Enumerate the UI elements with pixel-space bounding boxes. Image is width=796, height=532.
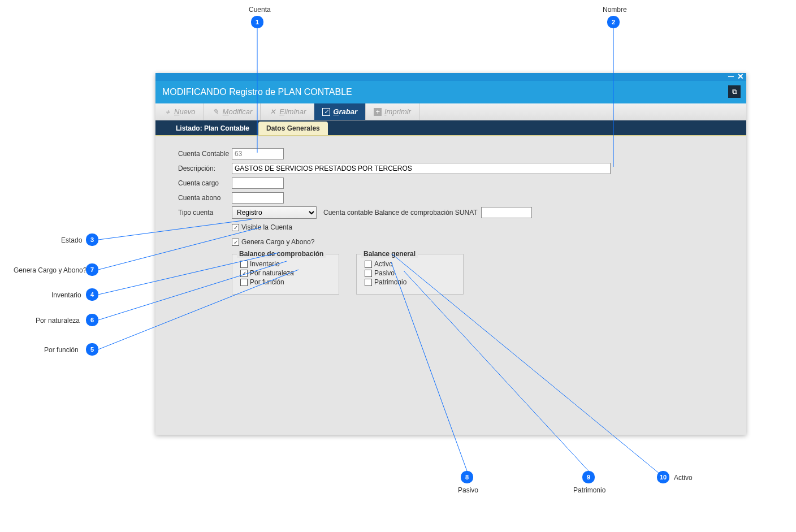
callout-label-genera: Genera Cargo y Abono?	[14, 266, 86, 274]
callout-label-activo: Activo	[674, 474, 693, 482]
cuenta-abono-input[interactable]	[232, 192, 284, 204]
inventario-label: Inventario	[250, 260, 280, 268]
por-funcion-label: Por función	[250, 278, 284, 286]
groupbox-balance-general: Balance general Activo Pasivo Patrimonio	[356, 254, 464, 295]
layout-icon[interactable]: ⧉	[728, 85, 741, 98]
callout-badge-2: 2	[607, 16, 620, 28]
callout-badge-10: 10	[657, 471, 669, 483]
modificar-button[interactable]: ✎ Modificar	[204, 103, 261, 120]
checkbox-icon	[240, 261, 248, 268]
app-window: ─ ✕ MODIFICANDO Registro de PLAN CONTABL…	[155, 73, 746, 435]
x-icon: ✕	[269, 108, 276, 116]
callout-badge-4: 4	[86, 288, 98, 301]
eliminar-button[interactable]: ✕ Eliminar	[261, 103, 314, 120]
toolbar: ＋ Nuevo ✎ Modificar ✕ Eliminar ✓ Grabar …	[155, 103, 746, 120]
visible-cuenta-label: Visible la Cuenta	[241, 223, 292, 231]
callout-label-estado: Estado	[61, 236, 82, 244]
form-area: Cuenta Contable Descripción: Cuenta carg…	[155, 136, 746, 306]
cuenta-contable-input[interactable]	[232, 148, 284, 159]
callout-label-funcion: Por función	[44, 346, 79, 354]
callout-badge-6: 6	[86, 314, 98, 326]
label-cuenta-cargo: Cuenta cargo	[178, 179, 232, 187]
visible-cuenta-checkbox[interactable]: ✓ Visible la Cuenta	[232, 223, 292, 231]
label-descripcion: Descripción:	[178, 165, 232, 172]
callout-badge-9: 9	[582, 471, 595, 483]
checkbox-icon: ✓	[232, 239, 239, 246]
titlebar: ─ ✕	[155, 73, 746, 81]
checkbox-icon: ✓	[232, 224, 239, 231]
check-icon: ✓	[322, 108, 330, 116]
patrimonio-label: Patrimonio	[374, 278, 406, 286]
tab-datos-generales[interactable]: Datos Generales	[258, 122, 328, 135]
pasivo-label: Pasivo	[374, 269, 395, 277]
callout-label-naturaleza: Por naturaleza	[36, 317, 80, 325]
imprimir-button[interactable]: + Imprimir	[366, 103, 419, 120]
genera-cargo-abono-label: Genera Cargo y Abono?	[241, 238, 314, 246]
callout-badge-1: 1	[251, 16, 263, 28]
callout-badge-3: 3	[86, 233, 98, 246]
por-funcion-checkbox[interactable]: Por función	[240, 278, 331, 286]
descripcion-input[interactable]	[232, 163, 611, 174]
checkbox-icon	[365, 279, 372, 286]
pasivo-checkbox[interactable]: Pasivo	[365, 269, 455, 277]
label-cuenta-contable: Cuenta Contable	[178, 150, 232, 158]
print-icon: +	[374, 108, 382, 116]
inventario-checkbox[interactable]: Inventario	[240, 260, 331, 268]
tabbar: Listado: Plan Contable Datos Generales	[155, 120, 746, 136]
callout-label-cuenta: Cuenta	[249, 6, 271, 14]
groupbox-balance-comprobacion: Balance de comprobación Inventario ✓ Por…	[232, 254, 339, 295]
por-naturaleza-checkbox[interactable]: ✓ Por naturaleza	[240, 269, 331, 277]
cuenta-cargo-input[interactable]	[232, 178, 284, 189]
window-title: MODIFICANDO Registro de PLAN CONTABLE	[162, 87, 352, 97]
minimize-button[interactable]: ─	[728, 72, 734, 81]
checkbox-icon	[365, 261, 372, 268]
label-cuenta-abono: Cuenta abono	[178, 194, 232, 202]
patrimonio-checkbox[interactable]: Patrimonio	[365, 278, 455, 286]
por-naturaleza-label: Por naturaleza	[250, 269, 294, 277]
callout-label-pasivo: Pasivo	[458, 486, 478, 494]
activo-checkbox[interactable]: Activo	[365, 260, 455, 268]
sunat-input[interactable]	[481, 207, 532, 218]
nuevo-button[interactable]: ＋ Nuevo	[155, 103, 204, 120]
genera-cargo-abono-checkbox[interactable]: ✓ Genera Cargo y Abono?	[232, 238, 314, 246]
groupbox-title-general: Balance general	[361, 250, 418, 258]
tipo-cuenta-select[interactable]: Registro	[232, 206, 317, 219]
checkbox-icon	[365, 270, 372, 277]
headerbar: MODIFICANDO Registro de PLAN CONTABLE ⧉	[155, 81, 746, 103]
callout-badge-5: 5	[86, 343, 98, 356]
callout-badge-8: 8	[461, 471, 473, 483]
checkbox-icon: ✓	[240, 270, 248, 277]
activo-label: Activo	[374, 260, 393, 268]
callout-label-patrimonio: Patrimonio	[573, 486, 605, 494]
label-tipo-cuenta: Tipo cuenta	[178, 209, 232, 217]
close-button[interactable]: ✕	[737, 72, 744, 81]
plus-icon: ＋	[163, 108, 171, 116]
pencil-icon: ✎	[212, 108, 220, 116]
checkbox-icon	[240, 279, 248, 286]
callout-label-nombre: Nombre	[603, 6, 627, 14]
grabar-button[interactable]: ✓ Grabar	[314, 103, 366, 120]
callout-badge-7: 7	[86, 263, 98, 276]
label-sunat: Cuenta contable Balance de comprobación …	[323, 209, 478, 217]
tab-listado[interactable]: Listado: Plan Contable	[168, 122, 257, 135]
groupbox-title-comprobacion: Balance de comprobación	[237, 250, 326, 258]
callout-label-inventario: Inventario	[51, 291, 81, 299]
